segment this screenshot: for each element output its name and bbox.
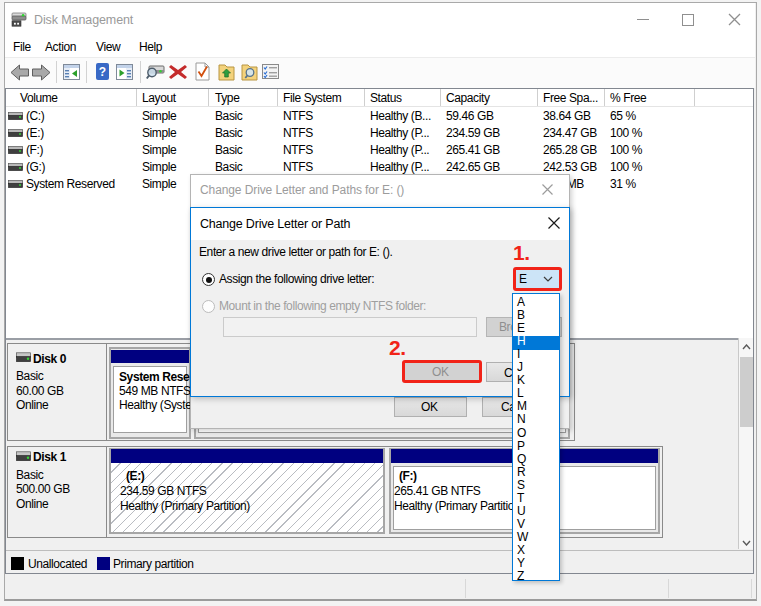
svg-text:?: ?	[99, 65, 106, 79]
